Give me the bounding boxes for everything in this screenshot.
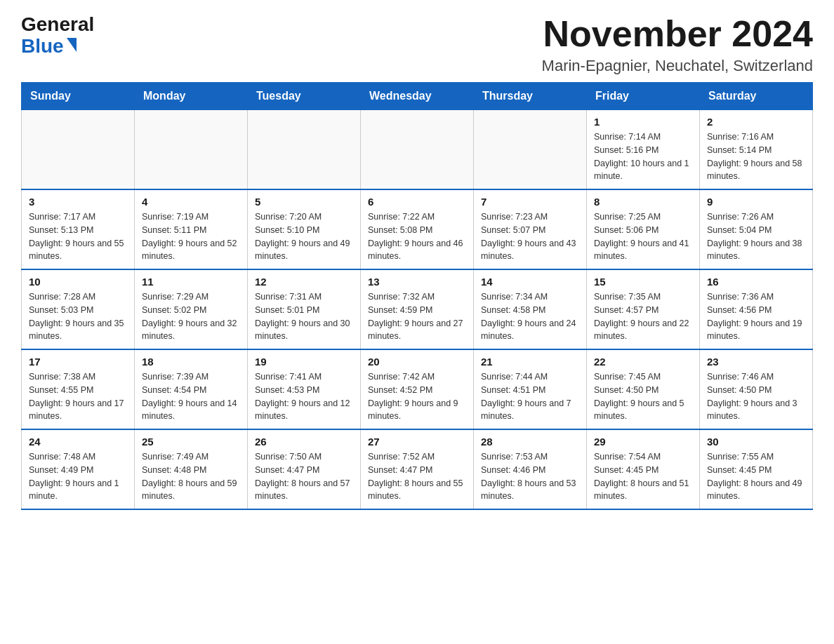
calendar-cell	[474, 110, 587, 190]
day-info: Sunrise: 7:46 AMSunset: 4:50 PMDaylight:…	[707, 370, 805, 423]
week-row-5: 24Sunrise: 7:48 AMSunset: 4:49 PMDayligh…	[22, 429, 813, 509]
day-number: 14	[481, 276, 579, 288]
calendar-cell	[248, 110, 361, 190]
location-subtitle: Marin-Epagnier, Neuchatel, Switzerland	[542, 57, 813, 75]
title-block: November 2024 Marin-Epagnier, Neuchatel,…	[542, 14, 813, 75]
calendar-table: SundayMondayTuesdayWednesdayThursdayFrid…	[21, 82, 813, 510]
calendar-cell: 19Sunrise: 7:41 AMSunset: 4:53 PMDayligh…	[248, 349, 361, 429]
logo-blue-text: Blue	[21, 36, 64, 58]
day-info: Sunrise: 7:53 AMSunset: 4:46 PMDaylight:…	[481, 450, 579, 503]
calendar-cell: 23Sunrise: 7:46 AMSunset: 4:50 PMDayligh…	[700, 349, 813, 429]
day-number: 12	[255, 276, 353, 288]
calendar-cell: 27Sunrise: 7:52 AMSunset: 4:47 PMDayligh…	[361, 429, 474, 509]
calendar-cell: 10Sunrise: 7:28 AMSunset: 5:03 PMDayligh…	[22, 269, 135, 349]
day-number: 13	[368, 276, 466, 288]
calendar-body: 1Sunrise: 7:14 AMSunset: 5:16 PMDaylight…	[22, 110, 813, 510]
day-info: Sunrise: 7:25 AMSunset: 5:06 PMDaylight:…	[594, 210, 692, 263]
day-info: Sunrise: 7:49 AMSunset: 4:48 PMDaylight:…	[142, 450, 240, 503]
calendar-cell: 13Sunrise: 7:32 AMSunset: 4:59 PMDayligh…	[361, 269, 474, 349]
calendar-cell: 30Sunrise: 7:55 AMSunset: 4:45 PMDayligh…	[700, 429, 813, 509]
day-number: 10	[29, 276, 127, 288]
day-number: 11	[142, 276, 240, 288]
calendar-cell	[361, 110, 474, 190]
calendar-cell: 2Sunrise: 7:16 AMSunset: 5:14 PMDaylight…	[700, 110, 813, 190]
day-number: 19	[255, 356, 353, 368]
day-number: 5	[255, 196, 353, 208]
day-info: Sunrise: 7:55 AMSunset: 4:45 PMDaylight:…	[707, 450, 805, 503]
logo: General Blue	[21, 14, 94, 58]
calendar-cell: 12Sunrise: 7:31 AMSunset: 5:01 PMDayligh…	[248, 269, 361, 349]
day-number: 21	[481, 356, 579, 368]
day-info: Sunrise: 7:22 AMSunset: 5:08 PMDaylight:…	[368, 210, 466, 263]
calendar-cell: 5Sunrise: 7:20 AMSunset: 5:10 PMDaylight…	[248, 189, 361, 269]
header-day-saturday: Saturday	[700, 83, 813, 110]
calendar-cell: 21Sunrise: 7:44 AMSunset: 4:51 PMDayligh…	[474, 349, 587, 429]
day-number: 22	[594, 356, 692, 368]
day-info: Sunrise: 7:38 AMSunset: 4:55 PMDaylight:…	[29, 370, 127, 423]
day-number: 17	[29, 356, 127, 368]
header-day-tuesday: Tuesday	[248, 83, 361, 110]
day-info: Sunrise: 7:31 AMSunset: 5:01 PMDaylight:…	[255, 290, 353, 343]
day-number: 1	[594, 116, 692, 128]
day-number: 16	[707, 276, 805, 288]
calendar-cell: 24Sunrise: 7:48 AMSunset: 4:49 PMDayligh…	[22, 429, 135, 509]
week-row-4: 17Sunrise: 7:38 AMSunset: 4:55 PMDayligh…	[22, 349, 813, 429]
calendar-cell	[22, 110, 135, 190]
day-info: Sunrise: 7:34 AMSunset: 4:58 PMDaylight:…	[481, 290, 579, 343]
day-number: 25	[142, 436, 240, 448]
day-info: Sunrise: 7:19 AMSunset: 5:11 PMDaylight:…	[142, 210, 240, 263]
day-number: 30	[707, 436, 805, 448]
day-number: 23	[707, 356, 805, 368]
calendar-cell: 17Sunrise: 7:38 AMSunset: 4:55 PMDayligh…	[22, 349, 135, 429]
month-title: November 2024	[542, 14, 813, 54]
day-info: Sunrise: 7:20 AMSunset: 5:10 PMDaylight:…	[255, 210, 353, 263]
day-info: Sunrise: 7:42 AMSunset: 4:52 PMDaylight:…	[368, 370, 466, 423]
calendar-cell: 11Sunrise: 7:29 AMSunset: 5:02 PMDayligh…	[135, 269, 248, 349]
day-number: 20	[368, 356, 466, 368]
day-info: Sunrise: 7:54 AMSunset: 4:45 PMDaylight:…	[594, 450, 692, 503]
header-day-thursday: Thursday	[474, 83, 587, 110]
day-info: Sunrise: 7:17 AMSunset: 5:13 PMDaylight:…	[29, 210, 127, 263]
logo-triangle-icon	[67, 38, 77, 52]
calendar-cell: 4Sunrise: 7:19 AMSunset: 5:11 PMDaylight…	[135, 189, 248, 269]
header-day-wednesday: Wednesday	[361, 83, 474, 110]
calendar-cell: 7Sunrise: 7:23 AMSunset: 5:07 PMDaylight…	[474, 189, 587, 269]
day-info: Sunrise: 7:44 AMSunset: 4:51 PMDaylight:…	[481, 370, 579, 423]
day-number: 9	[707, 196, 805, 208]
day-info: Sunrise: 7:36 AMSunset: 4:56 PMDaylight:…	[707, 290, 805, 343]
day-info: Sunrise: 7:16 AMSunset: 5:14 PMDaylight:…	[707, 130, 805, 183]
day-info: Sunrise: 7:23 AMSunset: 5:07 PMDaylight:…	[481, 210, 579, 263]
week-row-1: 1Sunrise: 7:14 AMSunset: 5:16 PMDaylight…	[22, 110, 813, 190]
day-info: Sunrise: 7:28 AMSunset: 5:03 PMDaylight:…	[29, 290, 127, 343]
day-info: Sunrise: 7:14 AMSunset: 5:16 PMDaylight:…	[594, 130, 692, 183]
day-number: 27	[368, 436, 466, 448]
calendar-cell: 9Sunrise: 7:26 AMSunset: 5:04 PMDaylight…	[700, 189, 813, 269]
day-info: Sunrise: 7:39 AMSunset: 4:54 PMDaylight:…	[142, 370, 240, 423]
day-number: 29	[594, 436, 692, 448]
calendar-cell	[135, 110, 248, 190]
calendar-cell: 18Sunrise: 7:39 AMSunset: 4:54 PMDayligh…	[135, 349, 248, 429]
calendar-cell: 26Sunrise: 7:50 AMSunset: 4:47 PMDayligh…	[248, 429, 361, 509]
header-row: SundayMondayTuesdayWednesdayThursdayFrid…	[22, 83, 813, 110]
day-number: 15	[594, 276, 692, 288]
logo-general-text: General	[21, 14, 94, 36]
calendar-cell: 8Sunrise: 7:25 AMSunset: 5:06 PMDaylight…	[587, 189, 700, 269]
calendar-cell: 28Sunrise: 7:53 AMSunset: 4:46 PMDayligh…	[474, 429, 587, 509]
calendar-cell: 6Sunrise: 7:22 AMSunset: 5:08 PMDaylight…	[361, 189, 474, 269]
day-number: 18	[142, 356, 240, 368]
calendar-cell: 14Sunrise: 7:34 AMSunset: 4:58 PMDayligh…	[474, 269, 587, 349]
header-day-sunday: Sunday	[22, 83, 135, 110]
header-day-friday: Friday	[587, 83, 700, 110]
calendar-cell: 1Sunrise: 7:14 AMSunset: 5:16 PMDaylight…	[587, 110, 700, 190]
calendar-cell: 22Sunrise: 7:45 AMSunset: 4:50 PMDayligh…	[587, 349, 700, 429]
day-number: 28	[481, 436, 579, 448]
calendar-cell: 29Sunrise: 7:54 AMSunset: 4:45 PMDayligh…	[587, 429, 700, 509]
day-info: Sunrise: 7:41 AMSunset: 4:53 PMDaylight:…	[255, 370, 353, 423]
day-info: Sunrise: 7:52 AMSunset: 4:47 PMDaylight:…	[368, 450, 466, 503]
day-info: Sunrise: 7:29 AMSunset: 5:02 PMDaylight:…	[142, 290, 240, 343]
day-info: Sunrise: 7:32 AMSunset: 4:59 PMDaylight:…	[368, 290, 466, 343]
day-info: Sunrise: 7:35 AMSunset: 4:57 PMDaylight:…	[594, 290, 692, 343]
calendar-cell: 3Sunrise: 7:17 AMSunset: 5:13 PMDaylight…	[22, 189, 135, 269]
calendar-cell: 16Sunrise: 7:36 AMSunset: 4:56 PMDayligh…	[700, 269, 813, 349]
day-number: 8	[594, 196, 692, 208]
